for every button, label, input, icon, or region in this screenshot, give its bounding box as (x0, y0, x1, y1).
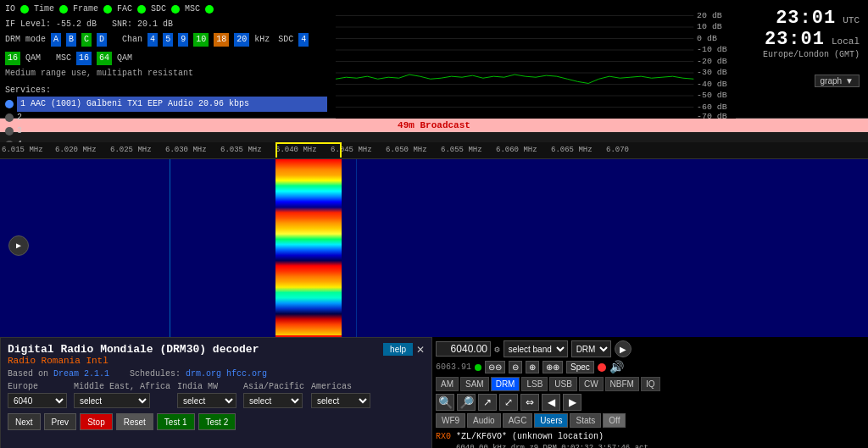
middle-east-select[interactable]: select (74, 393, 150, 408)
europe-select[interactable]: 6040 (8, 393, 67, 408)
service-1-label[interactable]: 1 AAC (1001) Galbeni TX1 EEP Audio 20.96… (17, 97, 327, 112)
based-on-label: Based on (8, 369, 48, 379)
waterfall-display[interactable]: ▶ (0, 159, 868, 337)
status-row-1: IO Time Frame FAC SDC MSC (5, 3, 327, 16)
tab-wf9[interactable]: WF9 (436, 413, 465, 428)
zoom-arrow-btn[interactable]: ↗ (478, 394, 497, 411)
mode-drm[interactable]: DRM (491, 377, 520, 391)
graph-button[interactable]: graph ▼ (815, 75, 860, 87)
americas-select[interactable]: select (311, 393, 370, 408)
tab-users[interactable]: Users (534, 413, 568, 428)
india-select[interactable]: select (177, 393, 236, 408)
europe-label: Europe (8, 382, 67, 391)
mode-cw[interactable]: CW (579, 377, 604, 391)
stop-button[interactable]: Stop (80, 413, 113, 430)
freq-input[interactable] (436, 341, 491, 357)
rx0-id: RX0 (436, 432, 451, 441)
mode-nbfm[interactable]: NBFM (605, 377, 639, 391)
sdc-led (171, 5, 180, 14)
rx0-row: RX0 *ZL/KF6VO* (unknown location) (436, 430, 865, 443)
zoom-out-btn[interactable]: 🔎 (457, 394, 476, 411)
mode-iq[interactable]: IQ (641, 377, 660, 391)
plus-plus-btn[interactable]: ⊕⊕ (542, 361, 563, 373)
frame-led (103, 5, 112, 14)
region-middle-east: Middle East, Africa select (74, 382, 170, 408)
india-label: India MW (177, 382, 236, 391)
svg-text:-40 dB: -40 dB (697, 80, 727, 88)
close-button[interactable]: ✕ (416, 344, 425, 356)
time-panel: 23:01 UTC 23:01 Local Europe/London (GMT… (744, 3, 863, 87)
spec-button[interactable]: Spec (566, 361, 594, 373)
drm-based-on: Based on Dream 2.1.1 Schedules: drm.org … (8, 369, 425, 379)
tab-stats[interactable]: Stats (570, 413, 601, 428)
test1-button[interactable]: Test 1 (157, 413, 195, 430)
freq-6020: 6.020 MHz (55, 146, 97, 154)
rx-led (475, 364, 481, 371)
right-panel: ⚙ select band DRM AM SAM LSB USB ▶ 6063.… (432, 337, 868, 448)
spectrum-svg: 20 dB 10 dB 0 dB -10 dB -20 dB -30 dB -4… (336, 4, 736, 119)
zoom-full-btn[interactable]: ⤢ (499, 394, 518, 411)
dream-version-link[interactable]: Dream 2.1.1 (53, 369, 109, 379)
level-row: IF Level: -55.2 dB SNR: 20.1 dB (5, 18, 327, 31)
next-button[interactable]: Next (8, 413, 41, 430)
minus-btn[interactable]: ⊖ (509, 361, 522, 373)
fac-led (137, 5, 146, 14)
zoom-in-btn[interactable]: 🔍 (436, 394, 454, 411)
freq-6035: 6.035 MHz (220, 146, 262, 154)
service-2-row: 2 (5, 111, 327, 124)
schedules-label: Schedules: (130, 369, 181, 379)
tab-agc[interactable]: AGC (503, 413, 533, 428)
plus-btn[interactable]: ⊕ (526, 361, 539, 373)
service-1-row[interactable]: 1 AAC (1001) Galbeni TX1 EEP Audio 20.96… (5, 97, 327, 111)
service-3-led (5, 127, 14, 136)
knob-icon[interactable]: ⚙ (494, 344, 500, 355)
freq-6060: 6.060 MHz (496, 146, 537, 154)
msc-16: 16 (76, 52, 92, 65)
msc-64: 64 (97, 52, 112, 65)
region-india: India MW select (177, 382, 236, 408)
tab-row: WF9 Audio AGC Users Stats Off (436, 413, 865, 428)
mode-lsb[interactable]: LSB (521, 377, 548, 391)
svg-text:-50 dB: -50 dB (697, 91, 727, 100)
services-label: Services: (5, 84, 327, 97)
zoom-fit-btn[interactable]: ⇔ (520, 394, 539, 411)
rx0-text: *ZL/KF6VO* (unknown location) (456, 432, 604, 441)
service-1-led (5, 100, 14, 108)
bottom-area: Digital Radio Mondiale (DRM30) decoder R… (0, 337, 868, 448)
svg-text:-70 dB: -70 dB (697, 113, 727, 119)
mode-select[interactable]: DRM AM SAM LSB USB (571, 340, 611, 357)
band-select[interactable]: select band (504, 340, 568, 357)
waterfall-area[interactable]: 6.015 MHz 6.020 MHz 6.025 MHz 6.030 MHz … (0, 142, 868, 337)
svg-text:-30 dB: -30 dB (697, 69, 727, 77)
io-led (20, 5, 29, 14)
secondary-freq-row: 6063.91 ⊖⊖ ⊖ ⊕ ⊕⊕ Spec 🔊 (436, 360, 865, 374)
zoom-right-btn[interactable]: ▶ (563, 394, 581, 411)
minus-minus-btn[interactable]: ⊖⊖ (485, 361, 505, 373)
americas-label: Americas (311, 382, 370, 391)
freq-6045: 6.045 MHz (331, 146, 372, 154)
tab-off[interactable]: Off (603, 413, 626, 428)
local-time: 23:01 (765, 29, 825, 50)
reset-button[interactable]: Reset (116, 413, 153, 430)
play-button[interactable]: ▶ (615, 340, 632, 357)
region-americas: Americas select (311, 382, 370, 408)
sdc-qam: QAM (25, 52, 41, 65)
mode-c: C (81, 33, 92, 47)
waterfall-play-button[interactable]: ▶ (8, 235, 29, 256)
test2-button[interactable]: Test 2 (198, 413, 236, 430)
io-label: IO (5, 3, 15, 16)
help-button[interactable]: help (383, 343, 413, 356)
schedules-links[interactable]: drm.org hfcc.org (186, 369, 267, 379)
prev-button[interactable]: Prev (44, 413, 77, 430)
zoom-left-btn[interactable]: ◀ (542, 394, 560, 411)
asia-select[interactable]: select (243, 393, 303, 408)
region-asia: Asia/Pacific select (243, 382, 304, 408)
mode-sam[interactable]: SAM (460, 377, 489, 391)
mode-usb[interactable]: USB (549, 377, 577, 391)
wf-signal-block (275, 159, 342, 337)
svg-text:20 dB: 20 dB (697, 11, 722, 19)
tab-audio[interactable]: Audio (467, 413, 501, 428)
chan-20: 20 (234, 33, 249, 47)
mode-am[interactable]: AM (436, 377, 459, 391)
drm-title: Digital Radio Mondiale (DRM30) decoder (8, 343, 259, 356)
